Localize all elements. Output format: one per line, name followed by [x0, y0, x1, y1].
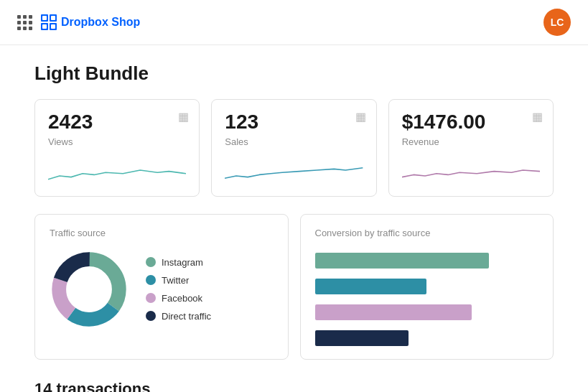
logo[interactable]: Dropbox Shop [41, 14, 140, 30]
chart-icon: ▦ [178, 110, 189, 123]
grid-menu-icon[interactable] [17, 15, 32, 30]
chart-icon-3: ▦ [532, 110, 543, 123]
bar-twitter [315, 279, 539, 294]
facebook-dot [146, 293, 156, 303]
page-title: Light Bundle [34, 62, 554, 85]
revenue-card: ▦ $1476.00 Revenue [388, 99, 554, 197]
instagram-dot [146, 257, 156, 267]
legend-twitter: Twitter [146, 275, 211, 286]
sales-card: ▦ 123 Sales [211, 99, 376, 197]
charts-row: Traffic source [34, 214, 554, 360]
bar-fill-direct [315, 330, 409, 346]
twitter-label: Twitter [162, 275, 189, 286]
sales-label: Sales [225, 136, 363, 147]
donut-section: Instagram Twitter Facebook Direct traffi… [50, 250, 274, 329]
direct-dot [146, 311, 156, 321]
dropbox-logo-icon [41, 14, 57, 30]
sales-sparkline [225, 156, 363, 185]
traffic-legend: Instagram Twitter Facebook Direct traffi… [146, 257, 211, 322]
logo-text: Dropbox Shop [61, 16, 140, 29]
svg-rect-4 [42, 16, 47, 20]
bar-fill-instagram [315, 253, 490, 269]
conversion-title: Conversion by traffic source [315, 228, 539, 238]
user-avatar[interactable]: LC [543, 9, 571, 36]
sales-value: 123 [225, 111, 363, 134]
revenue-value: $1476.00 [402, 111, 540, 134]
views-card: ▦ 2423 Views [34, 99, 200, 197]
transactions-title: 14 transactions [34, 380, 554, 392]
bar-fill-twitter [315, 279, 427, 294]
transactions-section: 14 transactions Date/time Purchaser Paym… [34, 380, 554, 392]
app-header: Dropbox Shop LC [0, 0, 588, 45]
legend-direct: Direct traffic [146, 311, 211, 322]
stats-row: ▦ 2423 Views ▦ 123 Sales ▦ $1476.00 Reve… [34, 99, 554, 197]
conversion-card: Conversion by traffic source [300, 214, 554, 360]
svg-rect-6 [42, 24, 47, 29]
instagram-label: Instagram [162, 257, 203, 268]
conversion-bars [315, 250, 539, 346]
views-label: Views [48, 136, 186, 147]
bar-fill-facebook [315, 304, 472, 320]
views-sparkline [48, 156, 186, 185]
svg-rect-7 [51, 24, 55, 29]
bar-direct [315, 330, 539, 346]
revenue-sparkline [402, 156, 540, 185]
facebook-label: Facebook [162, 293, 202, 304]
svg-point-12 [68, 269, 109, 309]
svg-rect-5 [51, 16, 55, 20]
direct-label: Direct traffic [162, 311, 211, 322]
donut-chart [50, 250, 129, 329]
traffic-title: Traffic source [50, 228, 274, 238]
legend-facebook: Facebook [146, 293, 211, 304]
revenue-label: Revenue [402, 136, 540, 147]
twitter-dot [146, 275, 156, 285]
legend-instagram: Instagram [146, 257, 211, 268]
chart-icon-2: ▦ [355, 110, 366, 123]
header-left: Dropbox Shop [17, 14, 140, 30]
views-value: 2423 [48, 111, 186, 134]
bar-instagram [315, 253, 539, 269]
donut-svg [50, 250, 129, 329]
traffic-source-card: Traffic source [34, 214, 289, 360]
bar-facebook [315, 304, 539, 320]
main-content: Light Bundle ▦ 2423 Views ▦ 123 Sales ▦ … [0, 45, 588, 392]
